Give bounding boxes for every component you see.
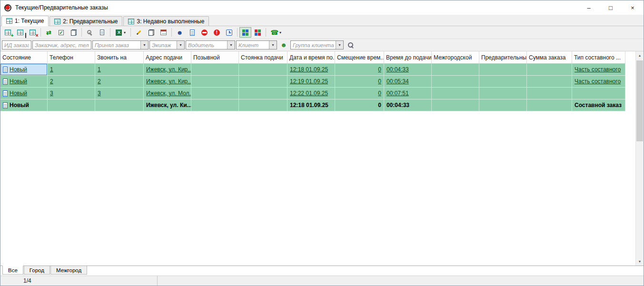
- alert-button[interactable]: [211, 27, 223, 38]
- cell-sum[interactable]: [527, 88, 572, 99]
- order-id-input[interactable]: [2, 40, 31, 49]
- col-composite-type[interactable]: Тип составного ...: [572, 51, 625, 63]
- cell-address[interactable]: Ижевск, ул. Мол...: [144, 88, 191, 99]
- cell-call[interactable]: [95, 99, 144, 111]
- cell-intercity[interactable]: [432, 64, 479, 75]
- client-group-select[interactable]: Группа клиента ▼: [290, 40, 344, 49]
- col-state[interactable]: Состояние: [0, 51, 48, 63]
- cell-callsign[interactable]: [191, 64, 239, 75]
- col-datetime[interactable]: Дата и время по...: [287, 51, 335, 63]
- cell-address[interactable]: Ижевск, ул. Ки...: [144, 99, 191, 111]
- cell-parking[interactable]: [239, 99, 287, 111]
- table-row[interactable]: Новый 3 3 Ижевск, ул. Мол... 12:22 01.09…: [0, 88, 625, 99]
- refresh-orders-button[interactable]: ⇄: [43, 27, 55, 38]
- cell-phone[interactable]: 1: [48, 64, 95, 75]
- edit-order-button[interactable]: [14, 27, 26, 38]
- add-order-button[interactable]: +: [2, 27, 14, 38]
- order-info-button[interactable]: [186, 27, 198, 38]
- col-callsign[interactable]: Позывной: [191, 51, 239, 63]
- col-time-to-serve[interactable]: Время до подачи: [384, 51, 432, 63]
- scrollbar-thumb[interactable]: [636, 60, 643, 141]
- cell-intercity[interactable]: [432, 88, 479, 99]
- col-intercity[interactable]: Межгородской: [432, 51, 479, 63]
- cell-callsign[interactable]: [191, 88, 239, 99]
- scrollbar-track[interactable]: [636, 59, 644, 257]
- cell-datetime[interactable]: 12:18 01.09.25: [287, 64, 335, 75]
- took-order-select[interactable]: Принял заказ ▼: [92, 40, 149, 49]
- cell-type[interactable]: Часть составного: [572, 76, 625, 87]
- cell-phone[interactable]: [48, 99, 95, 111]
- cell-state[interactable]: Новый: [0, 64, 48, 75]
- delete-order-button[interactable]: ×: [27, 27, 39, 38]
- cell-call[interactable]: 3: [95, 88, 144, 99]
- cell-offset[interactable]: 0: [335, 64, 384, 75]
- cell-offset[interactable]: 0: [335, 88, 384, 99]
- cell-sum[interactable]: [527, 76, 572, 87]
- driver-select[interactable]: Водитель ▼: [186, 40, 235, 49]
- cell-preliminary[interactable]: [479, 99, 527, 111]
- cell-state[interactable]: Новый: [0, 88, 48, 99]
- cell-sum[interactable]: [527, 99, 572, 111]
- cell-datetime[interactable]: 12:18 01.09.25: [287, 99, 335, 111]
- cell-state[interactable]: Новый: [0, 99, 48, 111]
- table-row[interactable]: Новый 2 2 Ижевск, ул. Кир... 12:19 01.09…: [0, 76, 625, 88]
- cell-offset[interactable]: 0: [335, 76, 384, 87]
- tools-button[interactable]: [84, 27, 96, 38]
- col-address[interactable]: Адрес подачи: [144, 51, 191, 63]
- minimize-button[interactable]: –: [578, 0, 600, 15]
- history-button[interactable]: [223, 27, 235, 38]
- tab-current-orders[interactable]: 1: Текущие: [1, 16, 49, 26]
- cell-state[interactable]: Новый: [0, 76, 48, 87]
- search-button[interactable]: [345, 40, 356, 50]
- select-client-button[interactable]: ☻: [278, 40, 289, 50]
- vertical-scrollbar[interactable]: ▲ ▼: [635, 51, 644, 266]
- cell-type[interactable]: Составной заказ: [572, 99, 625, 111]
- col-call-to[interactable]: Звонить на: [95, 51, 144, 63]
- cell-wait[interactable]: 00:04:33: [384, 64, 432, 75]
- col-preliminary[interactable]: Предварительный: [479, 51, 527, 63]
- cell-call[interactable]: 2: [95, 76, 144, 87]
- cell-callsign[interactable]: [191, 99, 239, 111]
- cell-preliminary[interactable]: [479, 88, 527, 99]
- cell-call[interactable]: 1: [95, 64, 144, 75]
- cell-preliminary[interactable]: [479, 76, 527, 87]
- cell-parking[interactable]: [239, 76, 287, 87]
- copy-order-button[interactable]: [68, 27, 79, 38]
- transfer-order-button[interactable]: [252, 27, 264, 38]
- grouped-view-button[interactable]: [239, 27, 251, 38]
- properties-button[interactable]: [96, 27, 108, 38]
- col-offset[interactable]: Смещение врем...: [335, 51, 384, 63]
- copy-to-clipboard-button[interactable]: [145, 27, 157, 38]
- block-client-button[interactable]: [198, 27, 210, 38]
- client-card-button[interactable]: ☻: [174, 27, 186, 38]
- cell-datetime[interactable]: 12:22 01.09.25: [287, 88, 335, 99]
- cell-datetime[interactable]: 12:19 01.09.25: [287, 76, 335, 87]
- cell-phone[interactable]: 2: [48, 76, 95, 87]
- table-row[interactable]: Новый 1 1 Ижевск, ул. Кир... 12:18 01.09…: [0, 64, 625, 76]
- client-select[interactable]: Клиент ▼: [236, 40, 277, 49]
- call-client-button[interactable]: ☎ ▾: [268, 27, 284, 38]
- crew-select[interactable]: Экипаж ▼: [149, 40, 185, 49]
- col-parking[interactable]: Стоянка подачи: [239, 51, 287, 63]
- cell-offset[interactable]: 0: [335, 99, 384, 111]
- cell-intercity[interactable]: [432, 99, 479, 111]
- scroll-up-icon[interactable]: ▲: [636, 51, 644, 59]
- bottom-tab-intercity[interactable]: Межгород: [50, 266, 87, 275]
- col-sum[interactable]: Сумма заказа: [527, 51, 572, 63]
- confirm-order-button[interactable]: ✓: [55, 27, 67, 38]
- cell-sum[interactable]: [527, 64, 572, 75]
- cell-address[interactable]: Ижевск, ул. Кир...: [144, 76, 191, 87]
- cell-parking[interactable]: [239, 88, 287, 99]
- cell-type[interactable]: Часть составного: [572, 64, 625, 75]
- calendar-button[interactable]: [158, 27, 169, 38]
- cell-callsign[interactable]: [191, 76, 239, 87]
- export-excel-button[interactable]: ▾: [112, 27, 129, 38]
- cell-type[interactable]: [572, 88, 625, 99]
- tab-preliminary-orders[interactable]: 2: Предварительные: [50, 16, 122, 26]
- maximize-button[interactable]: □: [600, 0, 622, 15]
- close-button[interactable]: ×: [622, 0, 644, 15]
- cell-parking[interactable]: [239, 64, 287, 75]
- cell-address[interactable]: Ижевск, ул. Кир...: [144, 64, 191, 75]
- cell-preliminary[interactable]: [479, 64, 527, 75]
- pen-button[interactable]: [133, 27, 145, 38]
